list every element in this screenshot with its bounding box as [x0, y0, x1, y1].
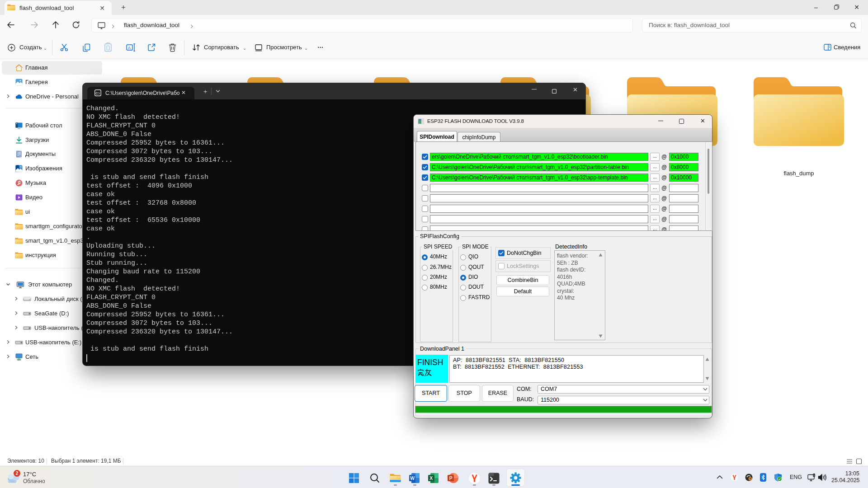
- svg-text:A: A: [128, 46, 131, 50]
- svg-text:P: P: [449, 475, 453, 481]
- svg-text:C:\: C:\: [95, 92, 99, 95]
- svg-text:X: X: [429, 475, 433, 481]
- svg-text:W: W: [410, 475, 415, 481]
